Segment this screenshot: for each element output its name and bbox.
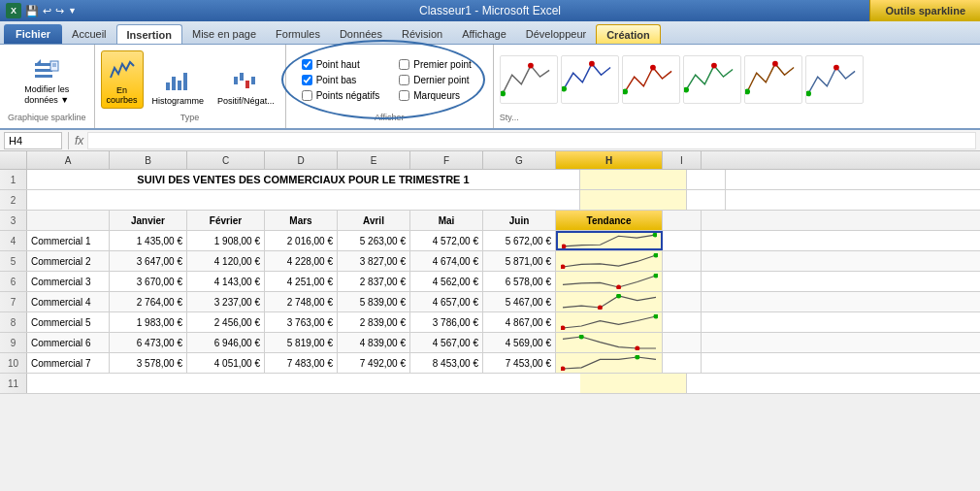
checkbox-marqueurs[interactable]: Marqueurs (399, 90, 477, 101)
checkbox-point-bas[interactable]: Point bas (302, 75, 380, 85)
cell-mai[interactable]: 4 674,00 € (410, 251, 483, 271)
cell-commercial[interactable]: Commercial 4 (27, 292, 110, 311)
cell-fev[interactable]: 4 051,00 € (187, 353, 265, 373)
tab-fichier[interactable]: Fichier (4, 24, 62, 44)
cell-fev[interactable]: 4 143,00 € (187, 272, 265, 291)
col-header-e[interactable]: E (338, 151, 410, 169)
cell-commercial[interactable]: Commercial 7 (27, 353, 110, 373)
sparkline-preview-4[interactable] (683, 55, 741, 104)
cell-commercial[interactable]: Commercial 6 (27, 333, 110, 352)
formula-input[interactable] (87, 132, 976, 149)
sparkline-cell[interactable] (556, 231, 663, 250)
cell-avr[interactable]: 4 839,00 € (338, 333, 410, 352)
sparkline-cell[interactable] (556, 251, 663, 271)
cell-i[interactable] (663, 292, 702, 311)
cell-avr[interactable]: 5 839,00 € (338, 292, 410, 311)
sparkline-cell[interactable] (556, 353, 663, 373)
cell-jun[interactable]: 4 569,00 € (483, 333, 556, 352)
cell-mar[interactable]: 4 228,00 € (265, 251, 338, 271)
cell-jan[interactable]: 2 764,00 € (110, 292, 187, 311)
cell-avr[interactable]: 2 837,00 € (338, 272, 410, 291)
sparkline-cell[interactable] (556, 292, 663, 311)
sparkline-cell[interactable] (556, 333, 663, 352)
positif-negatif-button[interactable]: Positif/Négat... (212, 62, 279, 109)
cell-mar[interactable]: 2 748,00 € (265, 292, 338, 311)
cell-jun[interactable]: 6 578,00 € (483, 272, 556, 291)
cell-mai[interactable]: 8 453,00 € (410, 353, 483, 373)
col-header-h[interactable]: H (556, 151, 663, 169)
cell-fev[interactable]: 4 120,00 € (187, 251, 265, 271)
col-header-g[interactable]: G (483, 151, 556, 169)
cell-commercial[interactable]: Commercial 5 (27, 312, 110, 332)
cell-jun[interactable]: 5 467,00 € (483, 292, 556, 311)
cell-mar[interactable]: 2 016,00 € (265, 231, 338, 250)
cell-i[interactable] (663, 251, 702, 271)
cell-mai[interactable]: 3 786,00 € (410, 312, 483, 332)
cell-i[interactable] (663, 312, 702, 332)
cell-i[interactable] (663, 272, 702, 291)
cell-1h[interactable] (580, 170, 687, 189)
cell-commercial[interactable]: Commercial 2 (27, 251, 110, 271)
tab-affichage[interactable]: Affichage (452, 24, 516, 44)
cell-jun[interactable]: 7 453,00 € (483, 353, 556, 373)
cell-3h[interactable]: Tendance (556, 211, 663, 230)
sparkline-cell[interactable] (556, 312, 663, 332)
col-header-c[interactable]: C (187, 151, 265, 169)
redo-quick-btn[interactable]: ↪ (55, 5, 64, 17)
cell-mar[interactable]: 5 819,00 € (265, 333, 338, 352)
histogramme-button[interactable]: Histogramme (147, 62, 210, 109)
cell-fev[interactable]: 1 908,00 € (187, 231, 265, 250)
cell-avr[interactable]: 3 827,00 € (338, 251, 410, 271)
cell-mar[interactable]: 7 483,00 € (265, 353, 338, 373)
cell-fev[interactable]: 3 237,00 € (187, 292, 265, 311)
tab-mise-en-page[interactable]: Mise en page (182, 24, 266, 44)
cell-3a[interactable] (27, 211, 110, 230)
tab-formules[interactable]: Formules (266, 24, 330, 44)
tab-revision[interactable]: Révision (392, 24, 452, 44)
cell-3i[interactable] (663, 211, 702, 230)
tab-creation[interactable]: Création (596, 24, 661, 44)
cell-fev[interactable]: 6 946,00 € (187, 333, 265, 352)
cell-avr[interactable]: 7 492,00 € (338, 353, 410, 373)
sparkline-preview-5[interactable] (744, 55, 802, 104)
cell-jun[interactable]: 5 871,00 € (483, 251, 556, 271)
checkbox-point-haut[interactable]: Point haut (302, 59, 380, 70)
cell-mai[interactable]: 4 657,00 € (410, 292, 483, 311)
cell-reference-box[interactable]: H4 (4, 132, 62, 149)
cell-3e[interactable]: Avril (338, 211, 410, 230)
tab-accueil[interactable]: Accueil (62, 24, 115, 44)
quickaccess-dropdown[interactable]: ▼ (68, 6, 77, 16)
cell-3g[interactable]: Juin (483, 211, 556, 230)
cell-3c[interactable]: Février (187, 211, 265, 230)
checkbox-dernier-point[interactable]: Dernier point (399, 75, 477, 85)
en-courbes-button[interactable]: Encourbes (101, 50, 144, 109)
cell-title[interactable]: SUIVI DES VENTES DES COMMERCIAUX POUR LE… (27, 170, 580, 189)
cell-i[interactable] (663, 231, 702, 250)
cell-fev[interactable]: 2 456,00 € (187, 312, 265, 332)
sparkline-preview-6[interactable] (805, 55, 864, 104)
cell-3f[interactable]: Mai (410, 211, 483, 230)
cell-jan[interactable]: 3 647,00 € (110, 251, 187, 271)
cell-3b[interactable]: Janvier (110, 211, 187, 230)
checkbox-premier-point[interactable]: Premier point (399, 59, 477, 70)
tab-developpeur[interactable]: Développeur (516, 24, 596, 44)
cell-i[interactable] (663, 353, 702, 373)
cell-jan[interactable]: 1 983,00 € (110, 312, 187, 332)
tab-donnees[interactable]: Données (330, 24, 392, 44)
cell-jan[interactable]: 3 670,00 € (110, 272, 187, 291)
tab-insertion[interactable]: Insertion (116, 24, 182, 44)
cell-commercial[interactable]: Commercial 1 (27, 231, 110, 250)
col-header-f[interactable]: F (410, 151, 483, 169)
cell-jan[interactable]: 1 435,00 € (110, 231, 187, 250)
cell-commercial[interactable]: Commercial 3 (27, 272, 110, 291)
col-header-d[interactable]: D (265, 151, 338, 169)
cell-mar[interactable]: 4 251,00 € (265, 272, 338, 291)
undo-quick-btn[interactable]: ↩ (43, 5, 51, 17)
cell-i[interactable] (663, 333, 702, 352)
cell-jun[interactable]: 5 672,00 € (483, 231, 556, 250)
cell-mai[interactable]: 4 572,00 € (410, 231, 483, 250)
cell-1i[interactable] (687, 170, 726, 189)
sparkline-preview-1[interactable] (500, 55, 558, 104)
cell-jan[interactable]: 3 578,00 € (110, 353, 187, 373)
col-header-i[interactable]: I (663, 151, 702, 169)
